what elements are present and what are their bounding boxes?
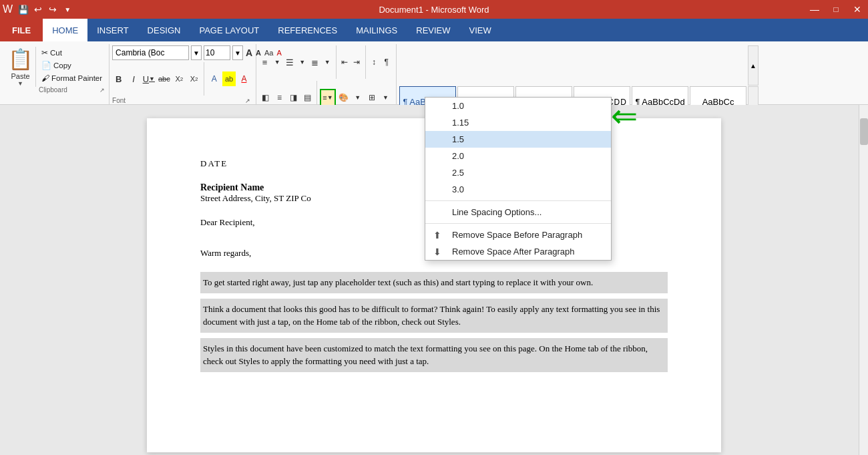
spacing-1-15-label: 1.15 (452, 118, 469, 128)
superscript-button[interactable]: X2 (188, 71, 200, 86)
font-family-dropdown[interactable]: ▼ (191, 45, 202, 60)
menu-bar: FILE HOME INSERT DESIGN PAGE LAYOUT REFE… (0, 19, 868, 41)
quick-access-toolbar: W 💾 ↩ ↪ ▼ (0, 0, 74, 19)
subscript-button[interactable]: X2 (173, 71, 186, 86)
underline-button[interactable]: U ▼ (142, 71, 156, 86)
bold-button[interactable]: B (112, 71, 125, 86)
multilevel-dropdown[interactable]: ▼ (322, 55, 333, 69)
spacing-2-5[interactable]: 2.5 (425, 164, 611, 181)
align-left-button[interactable]: ◧ (259, 90, 272, 105)
format-painter-icon: 🖌 (41, 73, 49, 83)
dropdown-divider-2 (425, 223, 611, 224)
menu-page-layout[interactable]: PAGE LAYOUT (190, 19, 268, 41)
font-expand-icon[interactable]: ↗ (245, 98, 250, 104)
styles-group: ¶ AaBbCcDd ¶ Normal AaBbCcDd ¶ Contact..… (397, 44, 864, 104)
paste-label: Paste (11, 72, 29, 80)
menu-mailings[interactable]: MAILINGS (347, 19, 407, 41)
highlight-color-button[interactable]: ab (222, 71, 235, 86)
spacing-1-5-label: 1.5 (452, 134, 464, 144)
clipboard-group-label: Clipboard (39, 86, 67, 94)
remove-space-after-label: Remove Space After Paragraph (452, 247, 575, 257)
line-spacing-options[interactable]: Line Spacing Options... (425, 204, 611, 220)
borders-dropdown[interactable]: ▼ (379, 90, 392, 105)
remove-after-icon: ⬇ (433, 247, 441, 257)
remove-space-after[interactable]: ⬇ Remove Space After Paragraph (425, 243, 611, 260)
shading-button[interactable]: 🎨 (337, 90, 350, 105)
line-spacing-dropdown-arrow: ▼ (327, 94, 333, 101)
spacing-2-5-label: 2.5 (452, 168, 464, 178)
minimize-btn[interactable]: — (804, 0, 825, 19)
line-spacing-dropdown: 1.0 1.15 1.5 2.0 2.5 3.0 Line Spacing Op… (425, 97, 612, 261)
justify-button[interactable]: ▤ (301, 90, 314, 105)
bullets-dropdown[interactable]: ▼ (272, 55, 283, 69)
spacing-1-0-label: 1.0 (452, 101, 464, 111)
show-formatting-button[interactable]: ¶ (381, 55, 392, 69)
text-effects-button[interactable]: A (208, 71, 220, 86)
clipboard-right: ✂ Cut 📄 Copy 🖌 Format Painter Clipboard … (39, 47, 105, 94)
body-paragraph-3: Styles in this document have been custom… (200, 338, 668, 372)
spacing-3-0[interactable]: 3.0 (425, 181, 611, 198)
menu-home[interactable]: HOME (43, 19, 87, 41)
format-painter-button[interactable]: 🖌 Format Painter (39, 72, 105, 84)
line-spacing-button[interactable]: ≡ ▼ (320, 89, 336, 106)
menu-design[interactable]: DESIGN (138, 19, 190, 41)
font-family-select[interactable] (112, 45, 189, 60)
close-btn[interactable]: ✕ (847, 0, 868, 19)
styles-scroll-up[interactable]: ▲ (748, 45, 758, 86)
borders-button[interactable]: ⊞ (365, 90, 378, 105)
numbering-dropdown[interactable]: ▼ (296, 55, 308, 69)
spacing-1-0[interactable]: 1.0 (425, 98, 611, 114)
paste-button[interactable]: 📋 Paste ▼ (5, 47, 36, 87)
spacing-1-15[interactable]: 1.15 (425, 114, 611, 131)
para-sep2 (365, 45, 366, 79)
remove-space-before[interactable]: ⬆ Remove Space Before Paragraph (425, 226, 611, 243)
numbering-button[interactable]: ☰ (284, 55, 296, 69)
menu-file[interactable]: FILE (0, 19, 43, 41)
strikethrough-button[interactable]: abc (158, 71, 171, 86)
menu-view[interactable]: VIEW (460, 19, 501, 41)
increase-indent-button[interactable]: ⇥ (351, 55, 363, 69)
paste-dropdown-arrow[interactable]: ▼ (17, 80, 23, 87)
redo-quick-btn[interactable]: ↪ (46, 3, 59, 16)
scrollbar-thumb[interactable] (860, 118, 868, 145)
ribbon: 📋 Paste ▼ ✂ Cut 📄 Copy 🖌 Format Painter … (0, 41, 868, 105)
save-quick-btn[interactable]: 💾 (17, 3, 30, 16)
spacing-3-0-label: 3.0 (452, 184, 464, 194)
copy-icon: 📄 (41, 61, 51, 70)
spacing-2-0-label: 2.0 (452, 151, 464, 161)
paste-icon: 📋 (8, 47, 33, 71)
menu-review[interactable]: REVIEW (407, 19, 459, 41)
font-color-button[interactable]: A (238, 71, 250, 86)
decrease-indent-button[interactable]: ⇤ (339, 55, 350, 69)
align-center-button[interactable]: ≡ (273, 90, 286, 105)
multilevel-list-button[interactable]: ≣ (309, 55, 320, 69)
quick-access-dropdown[interactable]: ▼ (61, 3, 74, 16)
menu-references[interactable]: REFERENCES (268, 19, 347, 41)
para-sep1 (336, 45, 337, 79)
remove-before-icon: ⬆ (433, 230, 441, 241)
copy-button[interactable]: 📄 Copy (39, 59, 105, 71)
word-icon: W (3, 3, 13, 15)
spacing-2-0[interactable]: 2.0 (425, 148, 611, 164)
font-group: ▼ ▼ A A Aa A B I U ▼ abc X2 X2 A ab A Fo… (110, 44, 256, 104)
font-size-input[interactable] (204, 45, 230, 60)
font-size-dropdown[interactable]: ▼ (232, 45, 243, 60)
undo-quick-btn[interactable]: ↩ (31, 3, 45, 16)
bullets-button[interactable]: ≡ (259, 55, 270, 69)
menu-insert[interactable]: INSERT (87, 19, 138, 41)
align-right-button[interactable]: ◨ (287, 90, 300, 105)
cut-button[interactable]: ✂ Cut (39, 47, 105, 59)
maximize-btn[interactable]: □ (825, 0, 847, 19)
vertical-scrollbar[interactable] (859, 105, 868, 455)
body-paragraph-1: To get started right away, just tap any … (200, 272, 668, 293)
cut-label: Cut (50, 49, 62, 57)
sort-button[interactable]: ↕ (369, 55, 380, 69)
font-grow-button[interactable]: A (245, 46, 253, 59)
font-separator (204, 62, 204, 96)
spacing-1-5[interactable]: 1.5 (425, 131, 611, 148)
clipboard-group: 📋 Paste ▼ ✂ Cut 📄 Copy 🖌 Format Painter … (4, 44, 110, 104)
body-paragraph-2: Think a document that looks this good ha… (200, 299, 668, 333)
shading-dropdown[interactable]: ▼ (351, 90, 364, 105)
clipboard-expand-icon[interactable]: ↗ (99, 87, 105, 94)
italic-button[interactable]: I (127, 71, 140, 86)
